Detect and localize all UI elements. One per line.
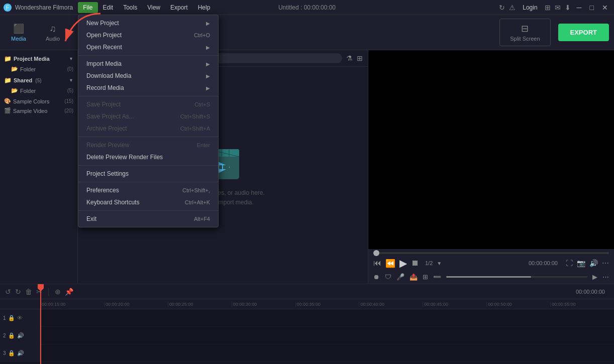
layout-icon[interactable]: ⊞: [545, 4, 551, 12]
menu-exit[interactable]: Exit Alt+F4: [78, 213, 218, 225]
tab-media[interactable]: ⬛ Media: [5, 20, 32, 45]
stop-button[interactable]: ⏹: [411, 259, 419, 268]
track-row-1: 1 🔒 👁: [0, 309, 614, 327]
menu-open-recent[interactable]: Open Recent ▶: [78, 41, 218, 53]
delete-preview-label: Delete Preview Render Files: [86, 154, 163, 161]
sidebar: 📁 Project Media ▼ 📂 Folder (0) 📁 Shared …: [0, 50, 78, 284]
ruler-mark-2: 00:00:25:00: [168, 302, 232, 307]
grid-icon[interactable]: ⊞: [357, 54, 363, 62]
frame-back-icon[interactable]: ⏪: [385, 259, 395, 268]
screenshot-icon[interactable]: 📷: [577, 259, 585, 267]
menu-view[interactable]: View: [142, 2, 165, 13]
sidebar-item-project-folder[interactable]: 📂 Folder (0): [0, 64, 77, 74]
page-indicator: 1/2: [425, 260, 433, 266]
menu-edit[interactable]: Edit: [98, 2, 119, 13]
track1-lock-icon[interactable]: 🔒: [8, 315, 15, 321]
minus-circle-icon[interactable]: ➖: [433, 273, 441, 281]
track-body-2: [40, 327, 614, 344]
more-icon[interactable]: ⋯: [602, 259, 609, 267]
redo-icon[interactable]: ↻: [15, 288, 21, 296]
svg-text:F: F: [6, 5, 9, 11]
archive-project-shortcut: Ctrl+Shift+A: [180, 126, 210, 132]
play-button[interactable]: ▶: [399, 257, 407, 269]
menu-archive-project[interactable]: Archive Project Ctrl+Shift+A: [78, 123, 218, 135]
step-back-icon[interactable]: ⏮: [373, 259, 381, 268]
menu-render-preview[interactable]: Render Preview Enter: [78, 139, 218, 151]
open-project-label: Open Project: [86, 32, 122, 39]
track1-eye-icon[interactable]: 👁: [17, 315, 23, 321]
split-screen-button[interactable]: ⊟ Split Screen: [499, 19, 550, 46]
delete-icon[interactable]: 🗑: [25, 288, 32, 296]
menu-preferences[interactable]: Preferences Ctrl+Shift+,: [78, 184, 218, 196]
ruler-mark-0: 00:00:15:00: [40, 302, 104, 307]
divider: [48, 288, 49, 296]
menu-export[interactable]: Export: [165, 2, 193, 13]
preview-scrubber[interactable]: [373, 252, 609, 254]
sidebar-item-sample-colors[interactable]: 🎨 Sample Colors (15): [0, 96, 77, 106]
export-button[interactable]: EXPORT: [558, 24, 609, 41]
project-folder-label: Folder: [20, 66, 36, 72]
track2-num-icon: 2: [3, 333, 6, 338]
menu-record-media[interactable]: Record Media ▶: [78, 82, 218, 94]
mic-icon[interactable]: 🎤: [396, 273, 404, 281]
mail-icon[interactable]: ✉: [555, 4, 561, 12]
playback-row: ⏮ ⏪ ▶ ⏹ 1/2 ▼ 00:00:00:00 ⛶ 📷 🔊 ⋯: [373, 257, 609, 269]
track2-lock-icon[interactable]: 🔒: [8, 332, 15, 339]
fullscreen-icon[interactable]: ⛶: [566, 259, 573, 267]
alert-icon[interactable]: ⚠: [509, 4, 516, 12]
menu-keyboard-shortcuts[interactable]: Keyboard Shortcuts Ctrl+Alt+K: [78, 196, 218, 208]
menu-download-media[interactable]: Download Media ▶: [78, 70, 218, 82]
settings-more-icon[interactable]: ⋯: [602, 273, 609, 281]
menu-file[interactable]: File: [78, 2, 97, 13]
volume-icon[interactable]: 🔊: [589, 259, 598, 267]
file-menu-dropdown: New Project ▶ Open Project Ctrl+O Open R…: [78, 15, 219, 227]
record-icon[interactable]: ⏺: [373, 273, 380, 281]
grid2-icon[interactable]: ⊞: [423, 273, 428, 281]
ruler-mark-7: 00:00:50:00: [486, 302, 550, 307]
track3-lock-icon[interactable]: 🔒: [8, 350, 15, 356]
ruler-mark-6: 00:00:45:00: [423, 302, 486, 307]
shared-folder-small-icon: 📂: [11, 87, 18, 94]
app-logo-icon: F: [3, 3, 13, 13]
save-project-as-label: Save Project As...: [86, 113, 134, 120]
ruler-mark-4: 00:00:35:00: [295, 302, 359, 307]
menu-help[interactable]: Help: [193, 2, 216, 13]
track-header-2: 2 🔒 🔊: [0, 327, 40, 344]
tab-audio[interactable]: ♫ Audio: [40, 21, 66, 45]
volume-slider[interactable]: [446, 276, 587, 278]
track3-vol-icon[interactable]: 🔊: [17, 350, 24, 356]
maximize-button[interactable]: □: [588, 4, 596, 12]
menu-delete-preview[interactable]: Delete Preview Render Files: [78, 151, 218, 163]
timeline-tracks: 1 🔒 👁 2 🔒 🔊 3 🔒 🔊: [0, 309, 614, 364]
close-button[interactable]: ✕: [600, 4, 610, 12]
menu-project-settings[interactable]: Project Settings: [78, 168, 218, 180]
sidebar-project-media-header[interactable]: 📁 Project Media ▼: [0, 53, 77, 64]
refresh-icon[interactable]: ↻: [499, 4, 505, 12]
menu-save-project-as[interactable]: Save Project As... Ctrl+Shift+S: [78, 110, 218, 123]
menu-tools[interactable]: Tools: [118, 2, 142, 13]
add-track-icon[interactable]: ⊕: [55, 288, 61, 296]
pin-icon[interactable]: 📌: [65, 288, 73, 296]
save-project-as-shortcut: Ctrl+Shift+S: [180, 113, 210, 119]
shield-icon[interactable]: 🛡: [385, 273, 391, 281]
ruler-mark-5: 00:00:40:00: [359, 302, 423, 307]
undo-icon[interactable]: ↺: [5, 288, 11, 296]
export-small-icon[interactable]: 📤: [410, 273, 418, 281]
menu-open-project[interactable]: Open Project Ctrl+O: [78, 29, 218, 41]
scrubber-thumb[interactable]: [373, 250, 379, 256]
sidebar-item-sample-video[interactable]: 🎬 Sample Video (20): [0, 106, 77, 115]
play-circle-icon[interactable]: ▶: [592, 273, 597, 281]
sidebar-item-shared-folder[interactable]: 📂 Folder (5): [0, 86, 77, 95]
record-media-label: Record Media: [86, 84, 124, 91]
sidebar-shared-media-header[interactable]: 📁 Shared (5) ▼: [0, 75, 77, 86]
login-button[interactable]: Login: [520, 3, 540, 12]
track2-vol-icon[interactable]: 🔊: [17, 332, 24, 339]
download-icon[interactable]: ⬇: [565, 4, 571, 12]
menu-save-project[interactable]: Save Project Ctrl+S: [78, 98, 218, 110]
minimize-button[interactable]: ─: [575, 4, 584, 12]
filter-icon[interactable]: ⚗: [346, 54, 353, 62]
menu-import-media[interactable]: Import Media ▶: [78, 58, 218, 70]
menu-new-project[interactable]: New Project ▶: [78, 17, 218, 29]
import-media-label: Import Media: [86, 60, 122, 67]
page-dropdown-icon[interactable]: ▼: [437, 261, 442, 266]
